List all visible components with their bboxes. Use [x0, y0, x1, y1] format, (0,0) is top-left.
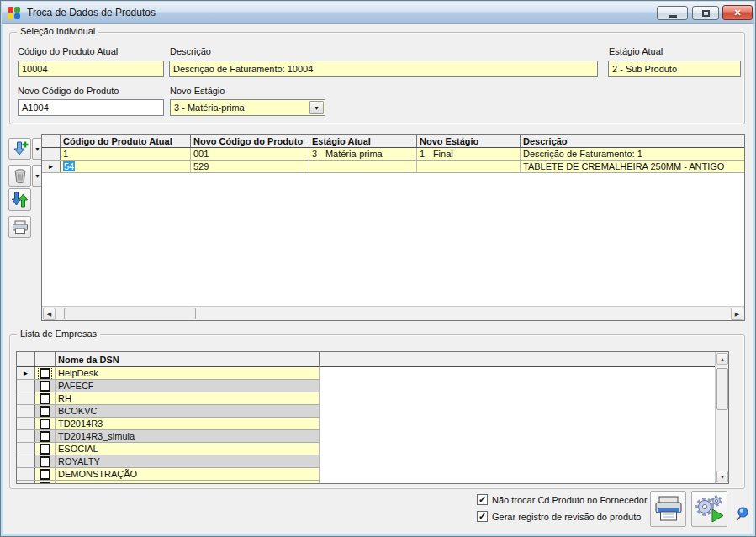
grid-cell[interactable]: 1 - Final	[417, 148, 521, 160]
produtos-grid-hscrollbar[interactable]: ◀ ▶	[42, 306, 744, 320]
delete-row-button[interactable]	[8, 165, 31, 187]
empresa-name-cell[interactable]: ROYALTY	[56, 455, 320, 467]
empresa-row[interactable]: TD2014R3	[17, 418, 320, 430]
grid-cell[interactable]	[417, 161, 521, 172]
empresas-grid-vscrollbar[interactable]: ▲ ▼	[715, 352, 728, 483]
empresa-name-cell[interactable]: TD2014R3	[56, 418, 320, 429]
grid-cell[interactable]: Descrição de Faturamento: 1	[521, 148, 744, 160]
grid-cell[interactable]: TABLETE DE CREMALHEIRA 250MM - ANTIGO	[521, 161, 744, 172]
empresa-checkbox[interactable]	[40, 381, 50, 392]
empresa-checkbox[interactable]	[40, 456, 50, 467]
arrow-down-icon: ▼	[720, 474, 726, 480]
transfer-button[interactable]	[8, 188, 31, 211]
maximize-button[interactable]	[692, 6, 719, 20]
grid-cell[interactable]: 3 - Matéria-prima	[309, 148, 417, 160]
arrow-up-icon: ▲	[720, 356, 726, 362]
empresa-row[interactable]: DEMONSTRAÇÃO	[17, 468, 320, 481]
selected-cell-text: 54	[63, 161, 75, 171]
gerar-registro-label: Gerar registro de revisão do produto	[492, 512, 641, 522]
lista-empresas-legend: Lista de Empresas	[17, 329, 100, 339]
row-indicator	[17, 468, 35, 480]
add-row-button[interactable]	[8, 138, 31, 160]
product-row[interactable]: ►54529TABLETE DE CREMALHEIRA 250MM - ANT…	[42, 161, 744, 173]
empresa-checkbox[interactable]	[40, 406, 50, 417]
column-header[interactable]: Novo Código do Produto	[191, 135, 309, 147]
nao-trocar-checkbox[interactable]: ✓	[477, 494, 488, 505]
checkbox-cell	[35, 380, 56, 392]
hscroll-thumb[interactable]	[64, 308, 196, 319]
empresa-row[interactable]: ESOCIAL	[17, 443, 320, 455]
column-header[interactable]: Estágio Atual	[309, 135, 417, 147]
empresa-name-cell[interactable]: RH	[56, 392, 320, 404]
row-indicator	[17, 418, 35, 429]
empresa-row[interactable]: BCOKVC	[17, 405, 320, 418]
grid-cell[interactable]	[309, 161, 417, 172]
partial-row	[17, 481, 320, 484]
grid-cell[interactable]: 1	[61, 148, 191, 160]
empresa-row[interactable]: ROYALTY	[17, 455, 320, 468]
row-indicator	[17, 380, 35, 392]
checkbox-cell	[35, 392, 56, 404]
empresa-name-cell[interactable]: BCOKVC	[56, 405, 320, 417]
empresa-checkbox[interactable]	[40, 469, 50, 480]
empresas-grid[interactable]: Nome da DSN ►HelpDeskPAFECFRHBCOKVCTD201…	[16, 351, 729, 484]
column-header-nome-dsn[interactable]: Nome da DSN	[56, 352, 320, 366]
column-header[interactable]: Novo Estágio	[417, 135, 521, 147]
estagio-atual-field[interactable]: 2 - Sub Produto	[608, 61, 741, 77]
close-button[interactable]: ✕	[722, 5, 753, 20]
empresa-row[interactable]: PAFECF	[17, 380, 320, 392]
add-row-icon	[12, 140, 29, 157]
scroll-right-button[interactable]: ▶	[731, 308, 743, 320]
empresa-name-cell[interactable]: ESOCIAL	[56, 443, 320, 455]
column-header[interactable]: Descrição	[521, 135, 744, 147]
empresa-checkbox[interactable]	[40, 444, 50, 455]
produtos-grid[interactable]: Código do Produto AtualNovo Código do Pr…	[41, 134, 745, 321]
checkbox-cell	[35, 455, 56, 467]
scroll-down-button[interactable]: ▼	[716, 471, 728, 482]
maximize-icon	[702, 10, 710, 17]
row-indicator	[17, 481, 35, 484]
print-grid-button[interactable]	[8, 216, 31, 238]
novo-estagio-combobox[interactable]: 3 - Matéria-prima ▼	[170, 99, 325, 116]
combo-dropdown-button[interactable]: ▼	[309, 101, 324, 114]
descricao-field[interactable]: Descrição de Faturamento: 10004	[169, 61, 598, 77]
arrow-left-icon: ◀	[47, 311, 51, 318]
gerar-registro-checkbox[interactable]: ✓	[477, 511, 488, 522]
close-icon: ✕	[733, 8, 741, 18]
current-row-indicator: ►	[17, 367, 35, 379]
print-report-button[interactable]	[650, 491, 686, 527]
row-indicator	[42, 148, 61, 160]
empresa-row[interactable]: RH	[17, 392, 320, 405]
empresa-checkbox[interactable]	[40, 419, 50, 429]
grid-cell[interactable]: 529	[191, 161, 309, 172]
grid-cell[interactable]: 54	[61, 161, 191, 172]
empresa-checkbox[interactable]	[40, 368, 50, 379]
empresa-name-cell[interactable]: DEMONSTRAÇÃO	[56, 468, 320, 480]
empresa-row[interactable]: TD2014R3_simula	[17, 430, 320, 443]
row-indicator	[17, 405, 35, 417]
empresa-checkbox[interactable]	[40, 393, 50, 404]
product-row[interactable]: 10013 - Matéria-prima1 - FinalDescrição …	[42, 148, 744, 161]
column-header[interactable]: Código do Produto Atual	[61, 135, 191, 147]
selecao-individual-legend: Seleção Individual	[17, 26, 98, 36]
empresa-name-cell[interactable]: HelpDesk	[56, 367, 320, 379]
novo-codigo-field[interactable]: A1004	[18, 99, 164, 116]
novo-codigo-label: Novo Código do Produto	[18, 86, 119, 96]
estagio-atual-label: Estágio Atual	[609, 46, 663, 56]
minimize-button[interactable]	[657, 6, 688, 20]
empresa-name-cell	[56, 481, 320, 484]
checkbox-cell	[35, 430, 56, 442]
empresa-checkbox[interactable]	[40, 431, 50, 442]
codigo-atual-field[interactable]: 10004	[18, 61, 164, 77]
scroll-up-button[interactable]: ▲	[716, 353, 728, 365]
empresa-name-cell[interactable]: PAFECF	[56, 380, 320, 392]
grid-cell[interactable]: 001	[191, 148, 309, 160]
pin-hint-icon[interactable]	[734, 506, 748, 523]
checkbox-cell	[35, 418, 56, 429]
window-title: Troca de Dados de Produtos	[27, 7, 156, 18]
vscroll-thumb[interactable]	[716, 368, 728, 410]
empresa-name-cell[interactable]: TD2014R3_simula	[56, 430, 320, 442]
empresa-row[interactable]: ►HelpDesk	[17, 367, 320, 380]
execute-button[interactable]	[691, 491, 727, 527]
scroll-left-button[interactable]: ◀	[43, 308, 56, 320]
